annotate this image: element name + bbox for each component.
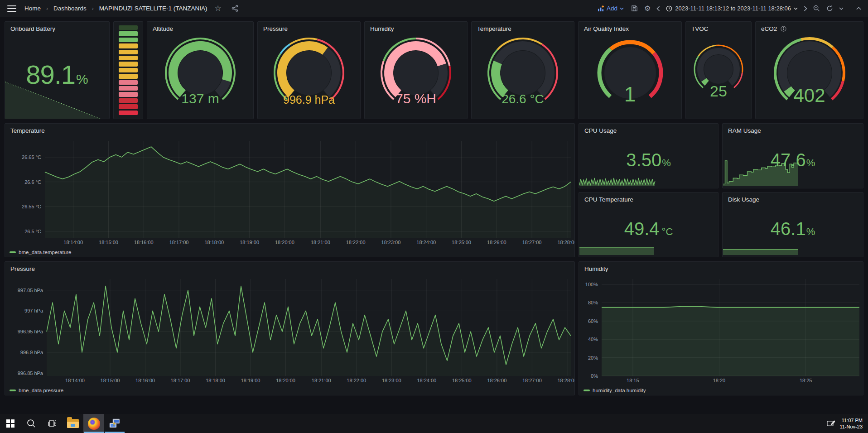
led-cell (119, 68, 138, 72)
svg-text:18:25: 18:25 (800, 378, 812, 383)
disk-usage-value: 46.1% (771, 218, 815, 239)
svg-text:18:18:00: 18:18:00 (206, 378, 225, 383)
panel-title[interactable]: Pressure (5, 262, 574, 273)
refresh-icon[interactable] (824, 5, 836, 12)
gauge-value: 996.9 hPa (258, 93, 360, 106)
panel-title[interactable]: CPU Temperature (579, 192, 718, 204)
panel-title[interactable]: Humidity (579, 262, 863, 273)
tvoc-gauge: 25 (686, 34, 751, 102)
file-explorer-button[interactable] (63, 414, 83, 433)
time-shift-forward-icon[interactable] (801, 6, 810, 11)
svg-text:18:17:00: 18:17:00 (169, 240, 189, 245)
disk-usage-sparkline (723, 249, 798, 257)
cpu-temperature-value: 49.4°C (624, 218, 673, 239)
panel-cpu-temperature: CPU Temperature 49.4°C (579, 192, 719, 257)
dashboard: Onboard Battery 89.1 % Altitude 137 m Pr… (0, 17, 868, 395)
time-range-picker[interactable]: 2023-11-11 18:13:12 to 2023-11-11 18:28:… (663, 5, 800, 12)
breadcrumb-home[interactable]: Home (24, 5, 41, 12)
svg-text:18:20: 18:20 (713, 378, 726, 383)
taskbar-clock[interactable]: 11:07 PM 11-Nov-23 (839, 417, 863, 430)
chevron-down-icon (794, 7, 798, 10)
svg-text:18:26:00: 18:26:00 (487, 240, 506, 245)
battery-value: 89.1 % (26, 59, 88, 89)
panel-title[interactable]: Temperature (5, 124, 574, 135)
temperature-gauge: 26.6 °C (472, 34, 574, 108)
svg-text:40%: 40% (588, 337, 598, 342)
svg-text:80%: 80% (588, 300, 598, 305)
svg-text:18:24:00: 18:24:00 (417, 378, 436, 383)
led-bar-gauge (119, 25, 138, 115)
collapse-navbar-icon[interactable] (854, 7, 863, 10)
svg-text:18:25:00: 18:25:00 (452, 378, 472, 383)
firefox-button[interactable] (83, 414, 104, 433)
legend-label: bme_data.temperature (19, 250, 71, 255)
breadcrumb-dashboard-title: MAPINDUZI SATELLITE-1 (TANZANIA) (99, 5, 207, 12)
legend-item[interactable]: bme_data.temperature (10, 250, 71, 255)
legend-item[interactable]: humidity_data.humidity (583, 388, 646, 393)
share-icon[interactable] (229, 5, 241, 12)
panel-title[interactable]: CPU Usage (579, 124, 718, 135)
svg-text:18:22:00: 18:22:00 (347, 378, 366, 383)
tray-pen-icon[interactable] (827, 420, 835, 427)
led-cell (119, 74, 138, 78)
legend-swatch (10, 390, 16, 391)
start-button[interactable] (0, 414, 21, 433)
panel-title[interactable]: Pressure (258, 22, 360, 33)
breadcrumb-separator: › (45, 5, 49, 12)
panel-eco2: eCO2 402 (755, 21, 863, 119)
svg-text:18:23:00: 18:23:00 (382, 378, 401, 383)
svg-text:18:21:00: 18:21:00 (311, 240, 330, 245)
pressure-plot[interactable]: 997.05 hPa997 hPa996.95 hPa996.9 hPa996.… (5, 275, 574, 384)
svg-text:18:25:00: 18:25:00 (452, 240, 471, 245)
legend-label: bme_data.pressure (19, 388, 63, 393)
dashboard-settings-icon[interactable]: ⚙ (641, 4, 653, 13)
menu-icon[interactable] (7, 5, 16, 12)
info-icon[interactable] (781, 26, 786, 32)
clock-icon (666, 5, 672, 12)
panel-temperature-chart: Temperature 26.65 °C26.6 °C26.55 °C26.5 … (5, 123, 575, 257)
led-cell (119, 86, 138, 91)
zoom-out-time-icon[interactable] (810, 5, 823, 12)
svg-text:18:16:00: 18:16:00 (134, 240, 154, 245)
svg-text:0%: 0% (591, 373, 598, 379)
svg-text:18:22:00: 18:22:00 (346, 240, 366, 245)
remote-app-button[interactable] (104, 414, 125, 433)
svg-text:60%: 60% (588, 318, 598, 324)
svg-text:18:28:00: 18:28:00 (557, 240, 574, 245)
clock-time: 11:07 PM (839, 417, 863, 423)
panel-title[interactable]: Humidity (365, 22, 467, 33)
svg-text:18:18:00: 18:18:00 (204, 240, 224, 245)
system-stats-grid: CPU Usage 3.50% RAM Usage 47.6% CPU Temp… (579, 123, 863, 257)
task-view-button[interactable] (42, 414, 63, 433)
panel-title[interactable]: eCO2 (756, 22, 863, 33)
svg-text:18:28:00: 18:28:00 (557, 378, 574, 383)
legend-swatch (583, 390, 590, 391)
save-dashboard-icon[interactable] (628, 5, 641, 12)
add-panel-button[interactable]: Add (594, 5, 627, 12)
humidity-plot[interactable]: 100%80%60%40%20%0%18:1518:2018:25 (579, 275, 863, 384)
refresh-interval-dropdown-icon[interactable] (837, 7, 846, 10)
led-cell (119, 104, 138, 109)
svg-text:996.9 hPa: 996.9 hPa (20, 350, 43, 355)
panel-temperature-gauge: Temperature 26.6 °C (471, 21, 574, 119)
taskbar-search-button[interactable] (21, 414, 42, 433)
breadcrumb-dashboards[interactable]: Dashboards (53, 5, 87, 12)
svg-text:18:15:00: 18:15:00 (101, 378, 120, 383)
panel-title[interactable]: RAM Usage (723, 124, 863, 135)
temperature-plot[interactable]: 26.65 °C26.6 °C26.55 °C26.5 °C18:14:0018… (5, 137, 574, 246)
panel-title[interactable]: Temperature (472, 22, 574, 33)
svg-text:18:23:00: 18:23:00 (381, 240, 401, 245)
gauge-value: 25 (686, 82, 751, 100)
panel-title[interactable]: Disk Usage (723, 192, 863, 204)
star-icon[interactable]: ☆ (212, 4, 224, 13)
legend-item[interactable]: bme_data.pressure (10, 388, 63, 393)
windows-taskbar: 11:07 PM 11-Nov-23 (0, 414, 868, 433)
ram-usage-value: 47.6% (771, 149, 815, 170)
panel-title[interactable]: Altitude (147, 22, 253, 33)
panel-title[interactable]: TVOC (686, 22, 751, 33)
panel-title[interactable]: Onboard Battery (5, 22, 109, 33)
time-shift-back-icon[interactable] (654, 6, 662, 11)
panel-title[interactable]: Air Quality Index (579, 22, 681, 33)
top-navbar: Home › Dashboards › MAPINDUZI SATELLITE-… (0, 0, 868, 17)
add-label: Add (607, 5, 617, 12)
